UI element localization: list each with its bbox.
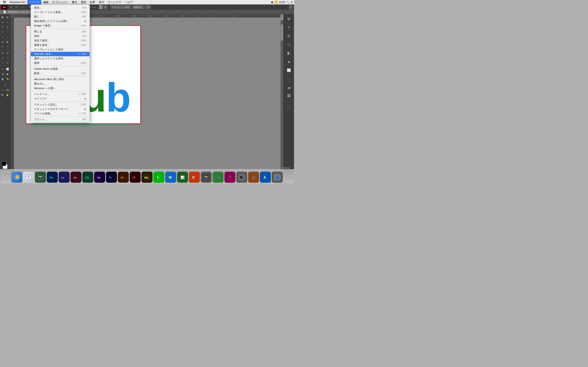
cc-libraries-btn[interactable]: ☁ — [285, 83, 293, 91]
menubar-file[interactable]: ファイル — [27, 0, 41, 4]
menubar-effect[interactable]: 効果 — [88, 0, 97, 4]
menu-save[interactable]: 保存 ⌘S — [31, 34, 90, 38]
dock-quicktime[interactable]: 📸 — [201, 172, 212, 183]
dock-photos[interactable]: 📷 — [35, 172, 46, 183]
dock-photoshop[interactable]: Ps — [47, 172, 58, 183]
gradient-panel-btn[interactable]: ◧ — [285, 49, 293, 57]
pencil-tool[interactable]: ✏ — [0, 44, 5, 49]
panel-toggle-btn[interactable]: ≡ — [289, 5, 293, 9]
dock-muse[interactable]: Mu — [141, 172, 153, 183]
menu-behance[interactable]: Behance へ公開... — [31, 86, 90, 91]
dock-user[interactable]: 👤 — [272, 172, 283, 183]
pen-tool[interactable]: ✒ — [0, 20, 5, 25]
menu-scripts[interactable]: スクリプト ▶ — [31, 96, 90, 101]
gradient-tool[interactable]: ◧ — [5, 72, 10, 76]
warp-tool[interactable]: ≈ — [0, 60, 5, 65]
fill-color-fg[interactable] — [2, 161, 6, 166]
apple-menu[interactable]: ⌘ — [1, 0, 8, 4]
curvature-tool[interactable]: ∿ — [5, 20, 10, 25]
menubar-select[interactable]: 選択 — [79, 0, 88, 4]
menu-save-as[interactable]: 別名で保存... ⇧⌘S — [31, 38, 90, 43]
menubar-illustrator[interactable]: Illustrator CC — [8, 0, 27, 4]
dock-safari[interactable] — [23, 172, 34, 183]
env-settings-btn[interactable]: 環境設定 — [132, 5, 144, 9]
smooth-tool[interactable]: 〜 — [5, 44, 10, 49]
width-tool[interactable]: ⇔ — [5, 60, 10, 65]
measure-tool[interactable]: 📏 — [5, 77, 10, 81]
vertical-scrollbar[interactable]: ▲ ▼ — [281, 17, 283, 179]
menubar-object[interactable]: オブジェクト — [51, 0, 70, 4]
dock-bear[interactable]: 🐻 — [248, 172, 259, 183]
color-panel-btn[interactable]: ⬛ — [285, 103, 293, 110]
scroll-up-btn[interactable]: ▲ — [281, 17, 283, 20]
select-tool[interactable] — [0, 15, 5, 20]
menu-package[interactable]: パッケージ... ⌥⇧⌘P — [31, 92, 90, 96]
menubar-edit[interactable]: 編集 — [42, 0, 50, 4]
menu-save-template[interactable]: テンプレートとして保存... — [31, 47, 90, 52]
area-type-tool[interactable]: T̲ — [5, 25, 10, 29]
mesh-tool[interactable]: ⊞ — [0, 72, 5, 76]
dock-animate[interactable]: An — [70, 172, 81, 183]
ellipse-tool[interactable]: ○ — [5, 35, 10, 39]
rotate-tool[interactable]: ↻ — [0, 51, 5, 55]
more-settings-btn[interactable]: ⋯▾ — [145, 5, 151, 9]
dock-numbers[interactable]: 📊 — [177, 172, 188, 183]
artboards-panel-btn[interactable]: ⬛ — [285, 75, 293, 82]
menu-export[interactable]: 書き出し... — [31, 82, 90, 86]
dock-itunes[interactable]: 🎵 — [224, 172, 235, 183]
style-swatch[interactable] — [99, 5, 103, 9]
paint-brush-tool[interactable]: 🖌 — [0, 40, 5, 44]
transform-panel-btn[interactable]: ⊞ — [285, 15, 293, 22]
blob-brush-tool[interactable]: ◉ — [5, 40, 10, 44]
eyedropper-tool[interactable]: 💧 — [0, 77, 5, 81]
menu-color-mode[interactable]: ドキュメントのカラーモード ▶ — [31, 107, 90, 111]
menu-save-slices[interactable]: 選択したスライスを保存... — [31, 56, 90, 61]
appearance-panel-btn[interactable]: ◈ — [285, 58, 293, 65]
menu-revert[interactable]: 復帰 ⌥⌘Z — [31, 61, 90, 65]
menubar-window[interactable]: ウィンドウ — [106, 0, 123, 4]
dock-aftereffects[interactable]: Ae — [94, 172, 105, 183]
menu-ms-office[interactable]: Microsoft Office 用に保存... — [31, 77, 90, 82]
menubar-view[interactable]: 表示 — [97, 0, 106, 4]
dock-appstore[interactable]: A — [260, 172, 271, 183]
menu-save-copy[interactable]: 複製を保存... ⌥⌘S — [31, 43, 90, 47]
dock-system[interactable]: ⚙ — [236, 172, 247, 183]
dock-facetime[interactable]: 📹 — [213, 172, 224, 183]
control-center[interactable]: ☰ — [291, 1, 293, 4]
dock-finder[interactable]: 🙂 — [11, 172, 22, 183]
menu-new[interactable]: 新規... ⌘N — [31, 6, 90, 10]
doc-settings-btn[interactable]: ドキュメント設定 — [110, 5, 131, 9]
dock-keynote[interactable]: K — [189, 172, 200, 183]
zoom-tool[interactable]: 🔍 — [0, 93, 5, 97]
type-tool[interactable]: T — [0, 25, 5, 29]
symbol-spray-tool[interactable]: ✦ — [0, 67, 5, 71]
color-swatches[interactable] — [2, 161, 9, 169]
align-panel-btn[interactable]: ≡ — [285, 24, 293, 31]
search-icon[interactable]: 🔍 — [286, 1, 289, 4]
column-graph-tool[interactable]: 📊 — [5, 67, 10, 71]
menu-adobe-stock[interactable]: Adobe Stock を検索... — [31, 67, 90, 71]
menubar-format[interactable]: 書式 — [70, 0, 79, 4]
menu-place[interactable]: 配置... ⇧⌘P — [31, 71, 90, 76]
dock-character[interactable]: Ch — [82, 172, 93, 183]
menu-doc-setup[interactable]: ドキュメント設定... ⌥⌘P — [31, 102, 90, 107]
layers-panel-btn[interactable]: ⬜ — [285, 67, 293, 74]
menu-bridge[interactable]: Bridge で参照... ⌥⌘O — [31, 24, 90, 28]
rect-tool[interactable]: □ — [0, 35, 5, 39]
menu-recent[interactable]: 最近使用したファイルを開く ▶ — [31, 19, 90, 24]
menu-open[interactable]: 開く... ⌘O — [31, 15, 90, 19]
pathfinder-panel-btn[interactable]: ⊟ — [285, 32, 293, 40]
scissors-tool[interactable]: ✂ — [0, 88, 5, 92]
assets-btn[interactable]: 🖼 — [285, 92, 293, 100]
dock-premiere[interactable]: Pr — [106, 172, 117, 183]
menu-save-web[interactable]: Web 用に保存... ⌥⇧⌘S — [31, 52, 90, 56]
arc-tool[interactable]: ⌒ — [5, 30, 10, 34]
reflect-tool[interactable]: ⇄ — [5, 51, 10, 55]
hand-tool[interactable]: ✋ — [5, 93, 10, 97]
dock-indesign[interactable]: Id — [130, 172, 141, 183]
blend-tool[interactable]: ⬡ — [0, 83, 10, 87]
scale-tool[interactable]: ⤢ — [0, 56, 5, 60]
dock-line[interactable]: L — [153, 172, 164, 183]
dock-illustrator[interactable]: Ai — [118, 172, 129, 183]
dock-lightroom[interactable]: Lr — [59, 172, 70, 183]
